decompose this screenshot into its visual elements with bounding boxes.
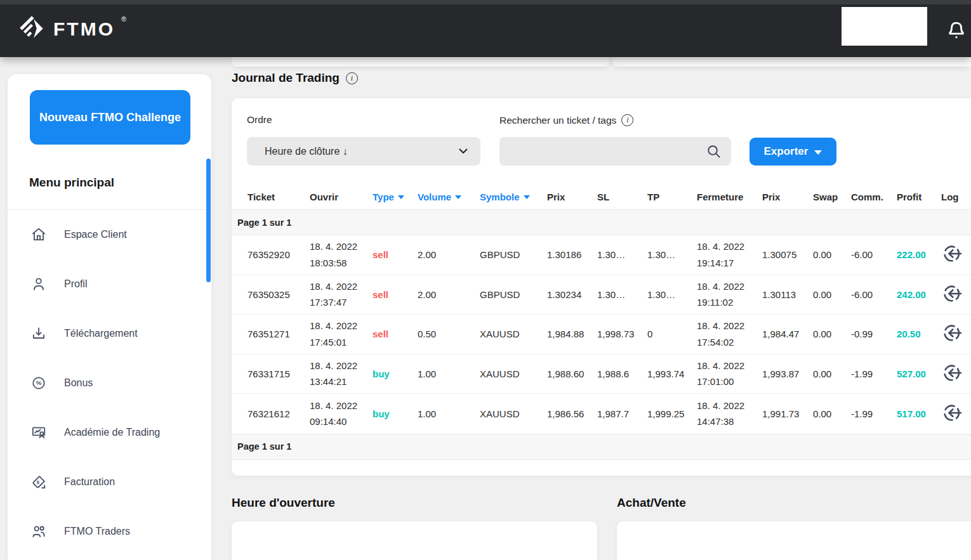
cell-profit: 242.00: [897, 289, 941, 300]
cell-sl: 1,987.7: [597, 408, 647, 419]
sidebar-item-telechargement[interactable]: Téléchargement: [8, 309, 211, 358]
cell-close-price: 1,991.73: [762, 408, 813, 419]
cell-close-price: 1.30113: [762, 289, 813, 300]
cell-swap: 0.00: [813, 329, 851, 339]
column-header-volume[interactable]: Volume: [418, 192, 480, 202]
sidebar-item-espace-client[interactable]: Espace Client: [8, 210, 211, 259]
trade-log-button[interactable]: [941, 362, 964, 385]
price-tag-icon: $: [30, 474, 47, 490]
cell-open-datetime: 18. 4. 202217:45:01: [310, 318, 373, 350]
cell-close-datetime: 18. 4. 202217:01:00: [697, 358, 762, 390]
cell-close-price: 1,984.47: [762, 329, 813, 339]
sidebar-item-bonus[interactable]: % Bonus: [8, 358, 211, 408]
cell-log: [941, 322, 971, 346]
sidebar-item-label: Bonus: [64, 377, 93, 389]
search-label-row: Rechercher un ticket / tags i: [499, 114, 633, 126]
search-info-icon[interactable]: i: [621, 114, 633, 126]
cell-volume: 0.50: [418, 329, 480, 339]
cell-close-datetime: 18. 4. 202214:47:38: [697, 398, 762, 430]
sidebar-item-label: Téléchargement: [64, 328, 138, 339]
cell-open-price: 1.30186: [547, 249, 597, 260]
column-header-type[interactable]: Type: [373, 192, 418, 202]
column-header-sl: SL: [597, 192, 647, 202]
table-row: 76352920 18. 4. 202218:03:58 sell 2.00 G…: [232, 235, 971, 275]
info-icon[interactable]: i: [346, 72, 358, 84]
svg-text:$: $: [37, 479, 40, 485]
trade-log-button[interactable]: [941, 402, 964, 425]
cell-volume: 2.00: [418, 289, 480, 300]
export-button[interactable]: Exporter: [750, 138, 836, 166]
column-header-profit: Profit: [897, 192, 941, 202]
main-menu: Espace Client Profil Téléchargement % Bo…: [8, 210, 211, 556]
table-row: 76331715 18. 4. 202213:44:21 buy 1.00 XA…: [232, 355, 971, 394]
cell-commission: -1.99: [851, 408, 897, 419]
sidebar-item-ftmo-traders[interactable]: FTMO Traders: [8, 507, 211, 556]
cell-open-price: 1,984.88: [547, 329, 597, 339]
cell-profit: 222.00: [897, 249, 941, 260]
caret-down-icon: [814, 150, 822, 155]
cell-open-datetime: 18. 4. 202209:14:40: [310, 398, 373, 430]
journal-title-row: Journal de Trading i: [232, 71, 358, 85]
trade-log-button[interactable]: [941, 283, 964, 306]
notification-bell-icon[interactable]: [944, 16, 968, 42]
pagination-bar-top: Page 1 sur 1: [232, 209, 971, 235]
account-info-redacted-box: [842, 7, 927, 46]
cell-close-price: 1.30075: [762, 249, 813, 260]
percent-badge-icon: %: [30, 375, 47, 391]
sidebar-item-profil[interactable]: Profil: [8, 259, 211, 309]
column-header-symbole[interactable]: Symbole: [480, 192, 547, 202]
academy-chart-icon: [30, 424, 47, 441]
cell-symbol: XAUUSD: [480, 368, 547, 379]
opening-hour-chart-card: [232, 521, 597, 560]
sidebar-item-label: Profil: [64, 278, 87, 290]
menu-title: Menu principal: [29, 176, 114, 190]
sort-triangle-icon: [398, 195, 404, 199]
buy-sell-chart-card: [617, 521, 971, 560]
ftmo-logo[interactable]: FTMO ®: [18, 14, 126, 46]
cell-swap: 0.00: [813, 408, 851, 419]
cell-sl: 1.30…: [597, 289, 647, 300]
order-sort-dropdown[interactable]: Heure de clôture ↓: [247, 137, 480, 166]
table-row: 76351271 18. 4. 202217:45:01 sell 0.50 X…: [232, 315, 971, 355]
trade-log-button[interactable]: [941, 243, 964, 266]
cell-sl: 1,988.6: [597, 368, 647, 379]
cell-tp: 1,999.25: [647, 408, 697, 419]
sidebar-item-academie[interactable]: Académie de Trading: [8, 408, 211, 457]
table-header-row: TicketOuvrirTypeVolumeSymbolePrixSLTPFer…: [232, 184, 971, 209]
cell-log: [941, 402, 971, 426]
search-label: Rechercher un ticket / tags: [499, 115, 616, 126]
sidebar-item-facturation[interactable]: $ Facturation: [8, 457, 211, 507]
cell-open-price: 1,988.60: [547, 368, 597, 379]
top-navigation-bar: FTMO ®: [0, 0, 971, 57]
trading-journal-card: Ordre Heure de clôture ↓ Rechercher un t…: [232, 98, 971, 476]
cell-profit: 20.50: [897, 329, 941, 339]
column-header-comm: Comm.: [851, 192, 897, 202]
cell-close-datetime: 18. 4. 202217:54:02: [697, 318, 762, 350]
cell-log: [941, 243, 971, 266]
trade-log-button[interactable]: [941, 322, 964, 345]
search-input[interactable]: [510, 146, 706, 157]
cell-tp: 0: [647, 329, 697, 339]
page-title: Journal de Trading: [232, 71, 340, 85]
column-header-swap: Swap: [813, 192, 851, 202]
cell-close-datetime: 18. 4. 202219:14:17: [697, 238, 762, 271]
cell-sl: 1.30…: [597, 249, 647, 260]
cell-close-price: 1,993.87: [762, 368, 813, 379]
cell-commission: -0.99: [851, 329, 897, 339]
cell-type: sell: [373, 249, 418, 260]
cell-type: sell: [373, 289, 418, 300]
cell-symbol: XAUUSD: [480, 408, 547, 419]
card-above-left-edge: [232, 57, 609, 67]
cell-tp: 1,993.74: [647, 368, 697, 379]
cell-open-price: 1.30234: [547, 289, 597, 300]
cell-close-datetime: 18. 4. 202219:11:02: [697, 278, 762, 311]
cell-volume: 1.00: [418, 368, 480, 379]
search-icon: [706, 143, 722, 160]
cell-type: buy: [373, 368, 418, 379]
ftmo-diamond-icon: [18, 14, 47, 46]
column-header-prix: Prix: [547, 192, 597, 202]
cell-log: [941, 362, 971, 386]
new-challenge-button[interactable]: Nouveau FTMO Challenge: [30, 90, 190, 145]
opening-hour-title: Heure d'ouverture: [232, 496, 335, 510]
pagination-bar-bottom: Page 1 sur 1: [232, 434, 971, 460]
